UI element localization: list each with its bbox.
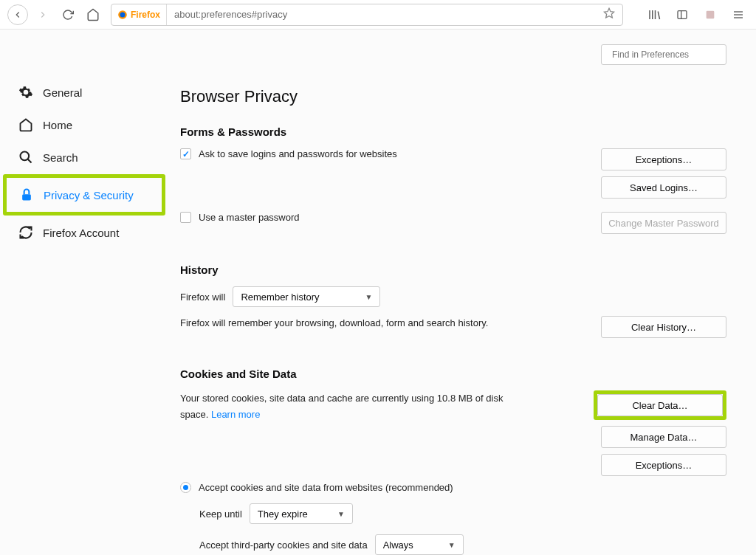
- history-description: Firefox will remember your browsing, dow…: [180, 316, 488, 331]
- search-icon: [18, 149, 34, 165]
- svg-marker-2: [604, 8, 614, 18]
- reload-button[interactable]: [58, 4, 78, 25]
- clear-data-button[interactable]: Clear Data…: [597, 394, 723, 416]
- sidebar-item-label: Privacy & Security: [44, 189, 134, 201]
- find-input[interactable]: [612, 49, 723, 60]
- identity-box[interactable]: Firefox: [111, 4, 167, 25]
- find-in-preferences[interactable]: [601, 44, 726, 65]
- select-value: Remember history: [241, 292, 319, 303]
- sidebar-toggle-icon[interactable]: [672, 4, 693, 25]
- sidebar-item-home[interactable]: Home: [3, 109, 165, 140]
- home-button[interactable]: [83, 4, 103, 25]
- sidebar-item-label: General: [43, 86, 82, 99]
- change-master-password-button: Change Master Password: [601, 212, 726, 234]
- sidebar-item-search[interactable]: Search: [3, 142, 165, 173]
- firefox-icon: [117, 10, 128, 20]
- menu-icon[interactable]: [728, 4, 749, 25]
- section-heading: History: [180, 263, 726, 276]
- select-value: They expire: [258, 509, 308, 520]
- sidebar-highlight: Privacy & Security: [3, 174, 165, 216]
- section-cookies: Cookies and Site Data Your stored cookie…: [180, 368, 726, 555]
- page-title: Browser Privacy: [180, 87, 726, 106]
- url-bar[interactable]: Firefox about:preferences#privacy: [111, 4, 623, 26]
- svg-line-14: [28, 159, 32, 163]
- preferences-main: Browser Privacy Forms & Passwords Ask to…: [171, 30, 756, 555]
- chevron-down-icon: ▼: [448, 541, 456, 549]
- library-icon[interactable]: [644, 4, 664, 25]
- accept-cookies-label: Accept cookies and site data from websit…: [199, 482, 453, 493]
- brand-label: Firefox: [131, 10, 160, 20]
- clear-data-highlight: Clear Data…: [594, 390, 726, 420]
- cookies-exceptions-button[interactable]: Exceptions…: [601, 454, 726, 476]
- manage-data-button[interactable]: Manage Data…: [601, 426, 726, 448]
- home-icon: [18, 117, 34, 133]
- browser-toolbar: Firefox about:preferences#privacy: [0, 0, 756, 30]
- svg-point-13: [21, 152, 30, 161]
- learn-more-link[interactable]: Learn more: [211, 409, 260, 420]
- keep-until-label: Keep until: [199, 509, 242, 520]
- master-password-checkbox[interactable]: [180, 212, 191, 223]
- sidebar-item-general[interactable]: General: [3, 77, 165, 108]
- saved-logins-button[interactable]: Saved Logins…: [601, 176, 726, 199]
- firefox-will-label: Firefox will: [180, 292, 225, 303]
- lock-icon: [18, 187, 35, 203]
- clear-history-button[interactable]: Clear History…: [601, 316, 726, 338]
- svg-line-6: [658, 11, 659, 19]
- exceptions-button[interactable]: Exceptions…: [601, 148, 726, 170]
- svg-point-1: [120, 12, 126, 17]
- gear-icon: [18, 84, 34, 100]
- svg-rect-7: [678, 10, 687, 18]
- bookmark-star-icon[interactable]: [596, 7, 622, 21]
- cookies-description: Your stored cookies, site data and cache…: [180, 390, 520, 423]
- master-password-label: Use a master password: [199, 212, 300, 223]
- sidebar-item-account[interactable]: Firefox Account: [3, 217, 165, 248]
- sidebar-item-label: Home: [43, 119, 72, 131]
- url-text[interactable]: about:preferences#privacy: [167, 9, 596, 20]
- sidebar-item-privacy[interactable]: Privacy & Security: [7, 178, 162, 212]
- section-heading: Forms & Passwords: [180, 125, 726, 138]
- ask-save-logins-label: Ask to save logins and passwords for web…: [199, 148, 397, 159]
- third-party-select[interactable]: Always ▼: [375, 534, 464, 555]
- accept-cookies-radio[interactable]: [180, 482, 191, 493]
- preferences-sidebar: General Home Search Privacy & Security: [0, 30, 171, 555]
- svg-rect-9: [707, 10, 715, 18]
- select-value: Always: [383, 540, 413, 551]
- sidebar-item-label: Firefox Account: [43, 227, 119, 239]
- toolbar-right: [635, 4, 749, 25]
- section-history: History Firefox will Remember history ▼ …: [180, 263, 726, 338]
- svg-rect-15: [22, 194, 31, 200]
- section-heading: Cookies and Site Data: [180, 368, 726, 380]
- chevron-down-icon: ▼: [337, 510, 345, 518]
- chevron-down-icon: ▼: [365, 293, 373, 301]
- sync-icon: [18, 224, 34, 241]
- pocket-icon[interactable]: [700, 4, 721, 25]
- forward-button: [32, 4, 53, 25]
- third-party-label: Accept third-party cookies and site data: [199, 540, 368, 551]
- keep-until-select[interactable]: They expire ▼: [250, 503, 353, 524]
- history-mode-select[interactable]: Remember history ▼: [233, 286, 380, 307]
- section-forms-passwords: Forms & Passwords Ask to save logins and…: [180, 125, 726, 234]
- back-button[interactable]: [7, 4, 28, 25]
- ask-save-logins-checkbox[interactable]: [180, 148, 191, 159]
- sidebar-item-label: Search: [43, 151, 78, 164]
